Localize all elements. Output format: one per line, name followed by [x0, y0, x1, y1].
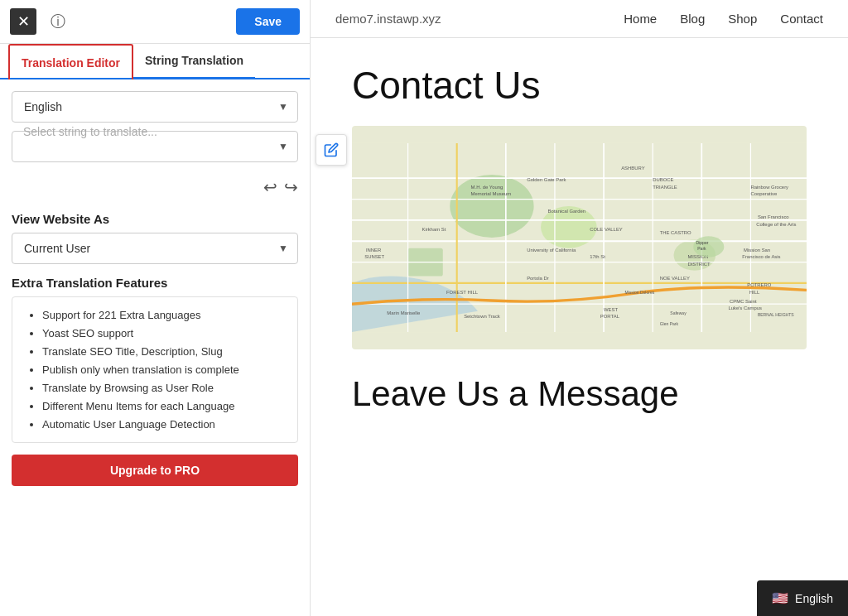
flag-icon: 🇺🇸: [772, 590, 788, 606]
site-nav: Home Blog Shop Contact: [624, 12, 823, 26]
undo-button[interactable]: ↩: [263, 177, 277, 197]
svg-text:THE CASTRO: THE CASTRO: [660, 230, 691, 235]
features-list: Support for 221 Extra Languages Yoast SE…: [26, 309, 284, 431]
site-header: demo7.instawp.xyz Home Blog Shop Contact: [311, 0, 848, 38]
svg-text:San Francisco: San Francisco: [758, 214, 789, 219]
view-as-section: View Website As Current User Logged Out …: [0, 197, 310, 264]
svg-text:Botanical Garden: Botanical Garden: [547, 209, 585, 214]
redo-button[interactable]: ↪: [284, 177, 298, 197]
nav-home[interactable]: Home: [624, 12, 657, 26]
close-button[interactable]: ✕: [10, 8, 36, 35]
svg-text:COLE VALLEY: COLE VALLEY: [590, 227, 623, 232]
svg-text:Golden Gate Park: Golden Gate Park: [527, 177, 566, 182]
map-section: M.H. de Young Memorial Museum Golden Gat…: [352, 126, 807, 349]
info-button[interactable]: ⓘ: [45, 8, 71, 35]
svg-text:Rainbow Grocery: Rainbow Grocery: [750, 185, 788, 190]
svg-text:Setchtown Track: Setchtown Track: [464, 314, 500, 319]
map-edit-button[interactable]: [316, 134, 347, 166]
svg-text:TRIANGLE: TRIANGLE: [653, 185, 677, 190]
svg-text:Safeway: Safeway: [670, 310, 687, 315]
nav-shop[interactable]: Shop: [728, 12, 757, 26]
svg-text:Mission San: Mission San: [744, 248, 770, 253]
upgrade-button[interactable]: Upgrade to PRO: [12, 455, 298, 486]
page-content: Contact Us: [311, 38, 848, 616]
map-container: M.H. de Young Memorial Museum Golden Gat…: [352, 126, 807, 349]
list-item: Translate by Browsing as User Role: [42, 382, 284, 394]
section-heading: Leave Us a Message: [352, 374, 807, 414]
svg-text:FOREST HILL: FOREST HILL: [446, 290, 479, 295]
list-item: Automatic User Language Detection: [42, 418, 284, 431]
nav-contact[interactable]: Contact: [780, 12, 823, 26]
svg-text:BERNAL HEIGHTS: BERNAL HEIGHTS: [758, 312, 794, 317]
svg-text:HILL: HILL: [749, 290, 760, 295]
badge-lang-label: English: [795, 592, 833, 605]
left-panel: ✕ ⓘ Save Translation Editor String Trans…: [0, 0, 311, 616]
string-select[interactable]: [12, 131, 298, 162]
svg-text:M.H. de Young: M.H. de Young: [471, 185, 504, 190]
svg-text:Portola Dr: Portola Dr: [527, 276, 549, 281]
svg-text:Memorial Museum: Memorial Museum: [471, 191, 512, 196]
page-title: Contact Us: [352, 63, 807, 108]
svg-text:17th St: 17th St: [590, 254, 605, 259]
list-item: Yoast SEO support: [42, 327, 284, 339]
pencil-icon: [324, 142, 339, 157]
svg-text:Cooperative: Cooperative: [750, 191, 778, 196]
right-panel: demo7.instawp.xyz Home Blog Shop Contact…: [311, 0, 848, 616]
svg-text:SUNSET: SUNSET: [364, 254, 384, 259]
svg-text:Marin Mariselle: Marin Mariselle: [387, 310, 421, 315]
view-as-select[interactable]: Current User Logged Out User Administrat…: [12, 233, 298, 264]
svg-text:POTRERO: POTRERO: [747, 282, 772, 287]
panel-content: English French German Spanish Italian ▼ …: [0, 79, 310, 162]
svg-text:WEST: WEST: [604, 307, 618, 312]
svg-text:Dipper: Dipper: [696, 240, 709, 245]
extra-features-title: Extra Translation Features: [12, 276, 298, 290]
save-button[interactable]: Save: [236, 8, 300, 35]
tab-string-translation[interactable]: String Translation: [133, 44, 255, 79]
svg-text:PORTAL: PORTAL: [600, 314, 620, 319]
svg-text:NOE VALLEY: NOE VALLEY: [660, 276, 690, 281]
language-badge[interactable]: 🇺🇸 English: [757, 580, 848, 616]
list-item: Publish only when translation is complet…: [42, 363, 284, 376]
tabs-bar: Translation Editor String Translation: [0, 44, 310, 79]
svg-text:Kirkham St: Kirkham St: [422, 227, 446, 232]
svg-text:Park: Park: [697, 246, 706, 251]
nav-blog[interactable]: Blog: [680, 12, 705, 26]
svg-text:CPMC Saint: CPMC Saint: [730, 299, 757, 304]
features-box: Support for 221 Extra Languages Yoast SE…: [12, 296, 298, 443]
string-select-wrapper: ▼: [12, 131, 298, 162]
list-item: Support for 221 Extra Languages: [42, 309, 284, 321]
tab-translation-editor[interactable]: Translation Editor: [8, 44, 133, 79]
svg-text:DUBOCE: DUBOCE: [653, 177, 673, 182]
svg-text:DISTRICT: DISTRICT: [687, 262, 711, 267]
svg-text:Mission Dolores: Mission Dolores: [624, 290, 654, 295]
undo-redo-bar: ↩ ↪: [0, 177, 310, 197]
svg-text:College of the Arts: College of the Arts: [756, 222, 796, 227]
list-item: Translate SEO Title, Description, Slug: [42, 345, 284, 358]
svg-text:Francisco de Asis: Francisco de Asis: [742, 254, 780, 259]
extra-features-section: Extra Translation Features Support for 2…: [0, 276, 310, 443]
svg-text:Glen Park: Glen Park: [660, 321, 679, 326]
svg-text:University of California: University of California: [527, 248, 576, 253]
map-svg: M.H. de Young Memorial Museum Golden Gat…: [352, 126, 807, 349]
svg-text:ASHBURY: ASHBURY: [621, 166, 645, 171]
language-select-wrapper: English French German Spanish Italian ▼: [12, 91, 298, 123]
site-domain: demo7.instawp.xyz: [335, 12, 624, 26]
view-as-label: View Website As: [12, 212, 298, 226]
view-as-select-wrapper: Current User Logged Out User Administrat…: [12, 233, 298, 264]
svg-text:INNER: INNER: [366, 248, 381, 253]
list-item: Different Menu Items for each Language: [42, 400, 284, 412]
svg-text:Luke's Campus: Luke's Campus: [728, 306, 762, 310]
top-bar: ✕ ⓘ Save: [0, 0, 310, 44]
language-select[interactable]: English French German Spanish Italian: [12, 91, 298, 123]
